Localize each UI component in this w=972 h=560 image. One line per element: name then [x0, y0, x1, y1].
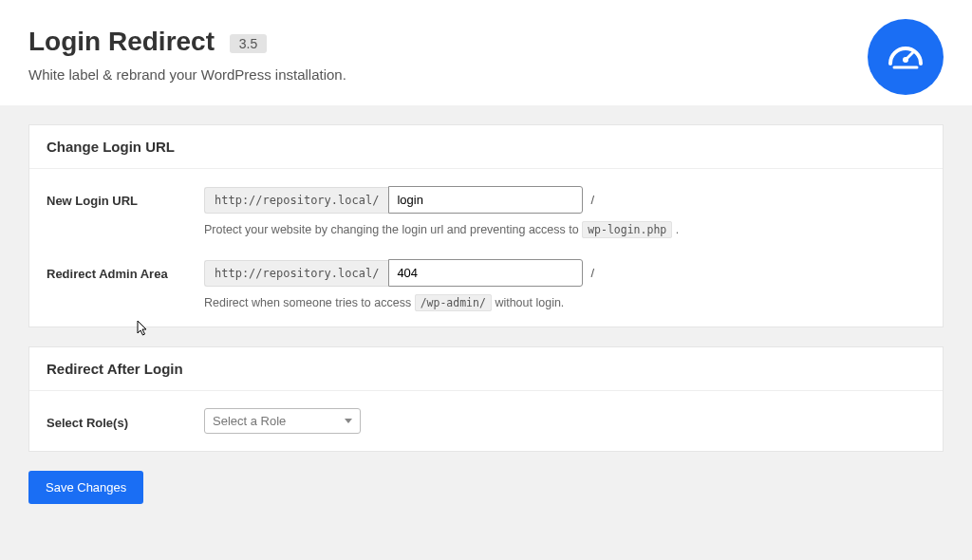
panel-change-login-url: Change Login URL New Login URL http://re…: [28, 124, 944, 327]
redirect-admin-input[interactable]: [388, 259, 583, 287]
panel-heading: Change Login URL: [29, 125, 943, 169]
help-new-login-url: Protect your website by changing the log…: [204, 223, 925, 236]
dashboard-gauge-icon: [885, 35, 926, 80]
chevron-down-icon: [345, 419, 352, 423]
help-text-pre: Redirect when someone tries to access: [204, 296, 415, 309]
field-select-roles: Select a Role: [204, 408, 925, 434]
row-redirect-admin-area: Redirect Admin Area http://repository.lo…: [47, 259, 925, 309]
url-suffix: /: [590, 266, 594, 280]
help-redirect-admin: Redirect when someone tries to access /w…: [204, 296, 925, 309]
role-select-placeholder: Select a Role: [213, 414, 286, 428]
page-title: Login Redirect 3.5: [28, 27, 267, 57]
panel-body: Select Role(s) Select a Role: [29, 391, 943, 451]
brand-logo: [868, 19, 944, 95]
save-button[interactable]: Save Changes: [28, 471, 143, 504]
panel-redirect-after-login: Redirect After Login Select Role(s) Sele…: [28, 346, 944, 452]
url-prefix: http://repository.local/: [204, 260, 388, 287]
field-redirect-admin-area: http://repository.local/ / Redirect when…: [204, 259, 925, 309]
version-badge: 3.5: [230, 34, 267, 53]
content-area: Change Login URL New Login URL http://re…: [0, 105, 972, 523]
help-text-post: .: [676, 223, 679, 236]
page-header: Login Redirect 3.5 White label & rebrand…: [0, 0, 972, 105]
url-prefix: http://repository.local/: [204, 187, 388, 214]
new-login-url-input[interactable]: [388, 186, 583, 214]
panel-heading: Redirect After Login: [29, 347, 943, 391]
label-select-roles: Select Role(s): [47, 408, 204, 430]
help-text-post: without login.: [495, 296, 564, 309]
svg-line-1: [906, 52, 913, 60]
row-select-roles: Select Role(s) Select a Role: [47, 408, 925, 434]
field-line: http://repository.local/ /: [204, 186, 925, 214]
help-text-pre: Protect your website by changing the log…: [204, 223, 582, 236]
label-new-login-url: New Login URL: [47, 186, 204, 208]
url-suffix: /: [590, 193, 594, 207]
panel-body: New Login URL http://repository.local/ /…: [29, 169, 943, 327]
page-subtitle: White label & rebrand your WordPress ins…: [28, 66, 944, 83]
help-code: /wp-admin/: [415, 294, 492, 311]
label-redirect-admin-area: Redirect Admin Area: [47, 259, 204, 281]
row-new-login-url: New Login URL http://repository.local/ /…: [47, 186, 925, 236]
help-code: wp-login.php: [582, 221, 672, 238]
field-new-login-url: http://repository.local/ / Protect your …: [204, 186, 925, 236]
field-line: http://repository.local/ /: [204, 259, 925, 287]
role-select[interactable]: Select a Role: [204, 408, 361, 434]
page-title-text: Login Redirect: [28, 27, 215, 56]
